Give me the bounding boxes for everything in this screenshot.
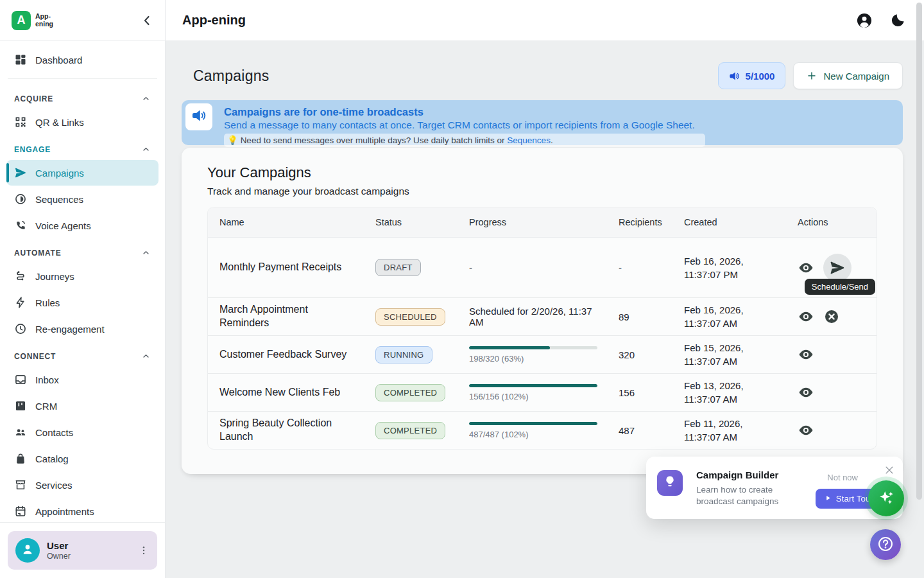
chevron-up-icon[interactable] [141, 248, 151, 258]
progress-label: 487/487 (102%) [469, 430, 597, 439]
cancel-x-icon[interactable] [823, 308, 840, 325]
actions-cell [786, 374, 877, 411]
created-date: Feb 13, 2026, 11:37:07 AM [672, 374, 786, 411]
created-date: Feb 15, 2026, 11:37:07 AM [672, 336, 786, 373]
sidebar-item-inbox[interactable]: Inbox [6, 367, 158, 392]
col-header-recipients: Recipients [607, 207, 672, 237]
actions-cell: Schedule/Send [786, 238, 877, 297]
sidebar-item-voice-agents[interactable]: Voice Agents [6, 213, 158, 238]
sidebar-item-contacts[interactable]: Contacts [6, 419, 158, 445]
banner-title: Campaigns are for one-time broadcasts [224, 106, 893, 118]
col-header-progress: Progress [458, 207, 607, 237]
recipients-count: 487 [607, 420, 672, 441]
phone-icon [14, 219, 27, 232]
sidebar-item-catalog[interactable]: Catalog [6, 446, 158, 471]
page-title: Campaigns [193, 67, 269, 85]
created-date: Feb 16, 2026, 11:37:07 PM [672, 249, 786, 286]
user-name: User [47, 540, 131, 551]
megaphone-icon [729, 71, 740, 82]
app-logo-text: App- ening [35, 13, 53, 27]
sidebar-item-crm[interactable]: CRM [6, 393, 158, 419]
view-eye-icon[interactable] [798, 308, 814, 325]
new-campaign-button[interactable]: New Campaign [793, 62, 903, 89]
view-eye-icon[interactable] [798, 384, 814, 401]
sidebar-item-campaigns[interactable]: Campaigns [6, 160, 158, 186]
sidebar-collapse-button[interactable] [139, 13, 155, 28]
progress-bar [469, 422, 597, 425]
table-row-monthly-payment-receipts: Monthly Payment ReceiptsDRAFT--Feb 16, 2… [208, 238, 877, 298]
recipients-count: 320 [607, 344, 672, 365]
section-header-acquire[interactable]: ACQUIRE [6, 85, 158, 109]
not-now-button[interactable]: Not now [827, 473, 858, 482]
campaign-name: Customer Feedback Survey [208, 343, 364, 367]
dashboard-icon [14, 53, 27, 66]
sparkles-icon [877, 489, 895, 509]
dark-mode-moon-icon[interactable] [889, 12, 906, 29]
actions-cell [786, 412, 877, 449]
recipients-count: 156 [607, 382, 672, 403]
section-header-connect[interactable]: CONNECT [6, 342, 158, 366]
assistant-sparkles-fab[interactable] [868, 480, 904, 516]
info-banner: Campaigns are for one-time broadcasts Se… [182, 100, 903, 145]
page-scrollbar[interactable] [916, 3, 922, 500]
campaign-name: March Appointment Reminders [208, 298, 364, 335]
popup-close-icon[interactable] [884, 464, 895, 476]
sidebar-item-rules[interactable]: Rules [6, 290, 158, 315]
sequences-link[interactable]: Sequences [507, 136, 551, 145]
campaign-name: Spring Beauty Collection Launch [208, 412, 364, 449]
created-date: Feb 11, 2026, 11:37:07 AM [672, 412, 786, 449]
help-fab[interactable] [870, 529, 901, 560]
sidebar-item-qr-links[interactable]: QR & Links [6, 109, 158, 135]
col-header-status: Status [364, 207, 458, 237]
banner-description: Send a message to many contacts at once.… [224, 119, 893, 131]
campaign-name: Monthly Payment Receipts [208, 256, 364, 279]
banner-megaphone-icon [185, 103, 212, 130]
question-mark-icon [877, 536, 894, 554]
table-header-row: Name Status Progress Recipients Created … [208, 207, 877, 238]
bolt-icon [14, 296, 27, 309]
account-icon[interactable] [856, 12, 873, 29]
progress-bar [469, 384, 597, 387]
created-date: Feb 16, 2026, 11:37:07 AM [672, 298, 786, 335]
progress-bar [469, 346, 597, 349]
schedule-send-tooltip: Schedule/Send [805, 279, 875, 295]
lightbulb-emoji: 💡 [227, 136, 238, 145]
sidebar-item-re-engagement[interactable]: Re-engagement [6, 316, 158, 342]
chevron-up-icon[interactable] [141, 94, 151, 103]
campaign-quota-badge[interactable]: 5/1000 [718, 62, 786, 89]
sidebar-item-dashboard[interactable]: Dashboard [6, 47, 158, 73]
qr-icon [14, 116, 27, 128]
recipients-count: - [607, 257, 672, 278]
half-circle-icon [14, 193, 27, 206]
bag-icon [14, 452, 27, 465]
section-header-automate[interactable]: AUTOMATE [6, 239, 158, 263]
view-eye-icon[interactable] [798, 346, 814, 363]
status-badge: RUNNING [375, 346, 432, 363]
view-eye-icon[interactable] [798, 422, 814, 439]
user-role: Owner [47, 552, 131, 561]
sidebar-nav: DashboardACQUIREQR & LinksENGAGECampaign… [0, 41, 165, 522]
sidebar-item-appointments[interactable]: Appointments [6, 498, 158, 522]
sidebar-item-services[interactable]: Services [6, 472, 158, 498]
section-header-engage[interactable]: ENGAGE [6, 136, 158, 159]
user-card[interactable]: User Owner [8, 531, 157, 570]
sidebar-item-sequences[interactable]: Sequences [6, 186, 158, 212]
sidebar-item-journeys[interactable]: Journeys [6, 263, 158, 289]
chevron-up-icon[interactable] [141, 351, 151, 361]
progress-label: 198/320 (63%) [469, 354, 597, 363]
kanban-icon [14, 399, 27, 412]
chevron-up-icon[interactable] [141, 144, 151, 154]
campaigns-card-title: Your Campaigns [207, 164, 877, 181]
col-header-created: Created [672, 207, 786, 237]
progress-cell: 156/156 (102%) [458, 379, 607, 407]
schedule-send-icon[interactable] [823, 254, 851, 282]
view-eye-icon[interactable] [798, 259, 814, 276]
send-icon [14, 166, 27, 179]
campaigns-card: Your Campaigns Track and manage your bro… [182, 148, 903, 474]
person-icon [20, 541, 35, 559]
bulb-icon [663, 475, 677, 491]
clock-icon [14, 322, 27, 335]
table-row-spring-beauty-collection-launch: Spring Beauty Collection LaunchCOMPLETED… [208, 412, 877, 449]
progress-cell: 487/487 (102%) [458, 417, 607, 444]
user-menu-dots-icon[interactable] [138, 545, 150, 556]
